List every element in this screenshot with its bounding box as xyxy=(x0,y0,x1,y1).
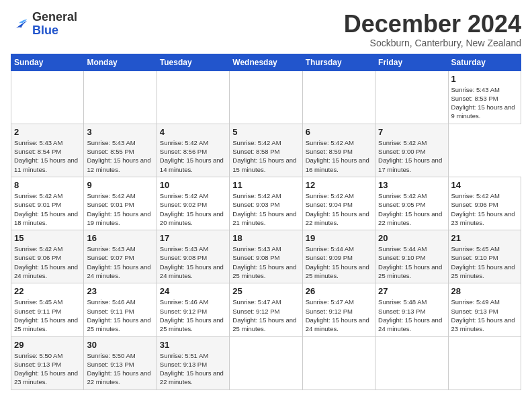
calendar-cell xyxy=(375,336,448,390)
calendar-cell: 13 Sunrise: 5:42 AMSunset: 9:05 PMDaylig… xyxy=(375,177,448,230)
calendar-cell xyxy=(448,336,521,390)
calendar-cell: 29 Sunrise: 5:50 AMSunset: 9:13 PMDaylig… xyxy=(11,336,84,390)
day-detail: Sunrise: 5:42 AMSunset: 8:56 PMDaylight:… xyxy=(160,138,226,174)
day-number: 11 xyxy=(232,180,299,190)
calendar-header-wednesday: Wednesday xyxy=(230,54,302,71)
day-number: 7 xyxy=(378,127,445,137)
day-number: 23 xyxy=(87,286,153,296)
calendar-cell: 19 Sunrise: 5:44 AMSunset: 9:09 PMDaylig… xyxy=(302,230,375,283)
day-number: 5 xyxy=(232,127,299,137)
day-detail: Sunrise: 5:42 AMSunset: 9:04 PMDaylight:… xyxy=(306,191,372,227)
day-detail: Sunrise: 5:47 AMSunset: 9:12 PMDaylight:… xyxy=(306,298,372,333)
calendar-week-5: 22 Sunrise: 5:45 AMSunset: 9:11 PMDaylig… xyxy=(11,283,521,336)
day-detail: Sunrise: 5:46 AMSunset: 9:11 PMDaylight:… xyxy=(87,298,153,333)
day-detail: Sunrise: 5:43 AMSunset: 8:54 PMDaylight:… xyxy=(14,138,81,174)
calendar-cell: 9 Sunrise: 5:42 AMSunset: 9:01 PMDayligh… xyxy=(84,177,157,230)
day-number: 8 xyxy=(14,180,81,190)
day-detail: Sunrise: 5:43 AMSunset: 9:08 PMDaylight:… xyxy=(232,244,299,280)
day-number: 15 xyxy=(14,233,81,243)
day-detail: Sunrise: 5:43 AMSunset: 9:07 PMDaylight:… xyxy=(87,244,153,280)
calendar-header-sunday: Sunday xyxy=(11,54,84,71)
calendar-header-monday: Monday xyxy=(84,54,157,71)
day-number: 30 xyxy=(87,340,153,350)
day-number: 3 xyxy=(87,127,153,137)
day-number: 24 xyxy=(160,286,226,296)
calendar-cell: 23 Sunrise: 5:46 AMSunset: 9:11 PMDaylig… xyxy=(84,283,157,336)
calendar-cell: 7 Sunrise: 5:42 AMSunset: 9:00 PMDayligh… xyxy=(375,124,448,177)
calendar-cell: 20 Sunrise: 5:44 AMSunset: 9:10 PMDaylig… xyxy=(375,230,448,283)
day-number: 21 xyxy=(451,233,518,243)
day-detail: Sunrise: 5:42 AMSunset: 8:58 PMDaylight:… xyxy=(232,138,299,174)
calendar-header-row: SundayMondayTuesdayWednesdayThursdayFrid… xyxy=(11,54,521,71)
calendar-week-4: 15 Sunrise: 5:42 AMSunset: 9:06 PMDaylig… xyxy=(11,230,521,283)
calendar-cell: 22 Sunrise: 5:45 AMSunset: 9:11 PMDaylig… xyxy=(11,283,84,336)
logo: General Blue xyxy=(11,11,77,38)
day-number: 12 xyxy=(306,180,372,190)
calendar-cell: 21 Sunrise: 5:45 AMSunset: 9:10 PMDaylig… xyxy=(448,230,521,283)
day-number: 9 xyxy=(87,180,153,190)
day-detail: Sunrise: 5:50 AMSunset: 9:13 PMDaylight:… xyxy=(14,351,81,387)
day-number: 19 xyxy=(306,233,372,243)
calendar-cell: 11 Sunrise: 5:42 AMSunset: 9:03 PMDaylig… xyxy=(230,177,302,230)
calendar-cell: 6 Sunrise: 5:42 AMSunset: 8:59 PMDayligh… xyxy=(302,124,375,177)
calendar-cell xyxy=(84,71,157,124)
day-number: 4 xyxy=(160,127,226,137)
day-detail: Sunrise: 5:42 AMSunset: 9:00 PMDaylight:… xyxy=(378,138,445,174)
day-detail: Sunrise: 5:42 AMSunset: 9:06 PMDaylight:… xyxy=(451,191,518,227)
day-number: 13 xyxy=(378,180,445,190)
day-detail: Sunrise: 5:42 AMSunset: 9:03 PMDaylight:… xyxy=(232,191,299,227)
calendar-cell: 1 Sunrise: 5:43 AMSunset: 8:53 PMDayligh… xyxy=(448,71,521,124)
day-detail: Sunrise: 5:42 AMSunset: 9:01 PMDaylight:… xyxy=(87,191,153,227)
day-number: 22 xyxy=(14,286,81,296)
calendar-cell: 10 Sunrise: 5:42 AMSunset: 9:02 PMDaylig… xyxy=(157,177,229,230)
calendar-cell: 24 Sunrise: 5:46 AMSunset: 9:12 PMDaylig… xyxy=(157,283,229,336)
logo-general: General xyxy=(32,10,77,24)
calendar-week-1: 1 Sunrise: 5:43 AMSunset: 8:53 PMDayligh… xyxy=(11,71,521,124)
day-number: 6 xyxy=(306,127,372,137)
day-detail: Sunrise: 5:42 AMSunset: 9:06 PMDaylight:… xyxy=(14,244,81,280)
calendar-header-tuesday: Tuesday xyxy=(157,54,229,71)
day-number: 27 xyxy=(378,286,445,296)
day-number: 18 xyxy=(232,233,299,243)
calendar-week-2: 2 Sunrise: 5:43 AMSunset: 8:54 PMDayligh… xyxy=(11,124,521,177)
day-number: 10 xyxy=(160,180,226,190)
month-title: December 2024 xyxy=(344,11,521,38)
day-detail: Sunrise: 5:43 AMSunset: 8:55 PMDaylight:… xyxy=(87,138,153,174)
day-detail: Sunrise: 5:46 AMSunset: 9:12 PMDaylight:… xyxy=(160,298,226,333)
title-block: December 2024 Sockburn, Canterbury, New … xyxy=(344,11,521,48)
day-detail: Sunrise: 5:49 AMSunset: 9:13 PMDaylight:… xyxy=(451,298,518,333)
day-detail: Sunrise: 5:44 AMSunset: 9:09 PMDaylight:… xyxy=(306,244,372,280)
day-detail: Sunrise: 5:51 AMSunset: 9:13 PMDaylight:… xyxy=(160,351,226,387)
day-number: 31 xyxy=(160,340,226,350)
calendar-cell xyxy=(302,336,375,390)
calendar-cell xyxy=(11,71,84,124)
calendar-cell: 17 Sunrise: 5:43 AMSunset: 9:08 PMDaylig… xyxy=(157,230,229,283)
calendar-cell: 26 Sunrise: 5:47 AMSunset: 9:12 PMDaylig… xyxy=(302,283,375,336)
calendar-cell: 14 Sunrise: 5:42 AMSunset: 9:06 PMDaylig… xyxy=(448,177,521,230)
calendar-header-saturday: Saturday xyxy=(448,54,521,71)
calendar-week-3: 8 Sunrise: 5:42 AMSunset: 9:01 PMDayligh… xyxy=(11,177,521,230)
day-detail: Sunrise: 5:48 AMSunset: 9:13 PMDaylight:… xyxy=(378,298,445,333)
logo-text: General Blue xyxy=(32,11,77,38)
calendar-header-thursday: Thursday xyxy=(302,54,375,71)
day-number: 26 xyxy=(306,286,372,296)
day-detail: Sunrise: 5:42 AMSunset: 9:02 PMDaylight:… xyxy=(160,191,226,227)
day-number: 16 xyxy=(87,233,153,243)
calendar-cell xyxy=(302,71,375,124)
location-subtitle: Sockburn, Canterbury, New Zealand xyxy=(344,38,521,48)
calendar-cell: 30 Sunrise: 5:50 AMSunset: 9:13 PMDaylig… xyxy=(84,336,157,390)
calendar-cell: 31 Sunrise: 5:51 AMSunset: 9:13 PMDaylig… xyxy=(157,336,229,390)
calendar-cell: 5 Sunrise: 5:42 AMSunset: 8:58 PMDayligh… xyxy=(230,124,302,177)
calendar-cell: 18 Sunrise: 5:43 AMSunset: 9:08 PMDaylig… xyxy=(230,230,302,283)
page-header: General Blue December 2024 Sockburn, Can… xyxy=(11,11,521,48)
day-detail: Sunrise: 5:45 AMSunset: 9:11 PMDaylight:… xyxy=(14,298,81,333)
day-detail: Sunrise: 5:43 AMSunset: 9:08 PMDaylight:… xyxy=(160,244,226,280)
calendar-cell: 27 Sunrise: 5:48 AMSunset: 9:13 PMDaylig… xyxy=(375,283,448,336)
calendar-cell xyxy=(375,71,448,124)
day-number: 2 xyxy=(14,127,81,137)
calendar-cell: 2 Sunrise: 5:43 AMSunset: 8:54 PMDayligh… xyxy=(11,124,84,177)
calendar-header-friday: Friday xyxy=(375,54,448,71)
logo-bird-icon xyxy=(11,15,30,34)
day-detail: Sunrise: 5:50 AMSunset: 9:13 PMDaylight:… xyxy=(87,351,153,387)
day-number: 17 xyxy=(160,233,226,243)
